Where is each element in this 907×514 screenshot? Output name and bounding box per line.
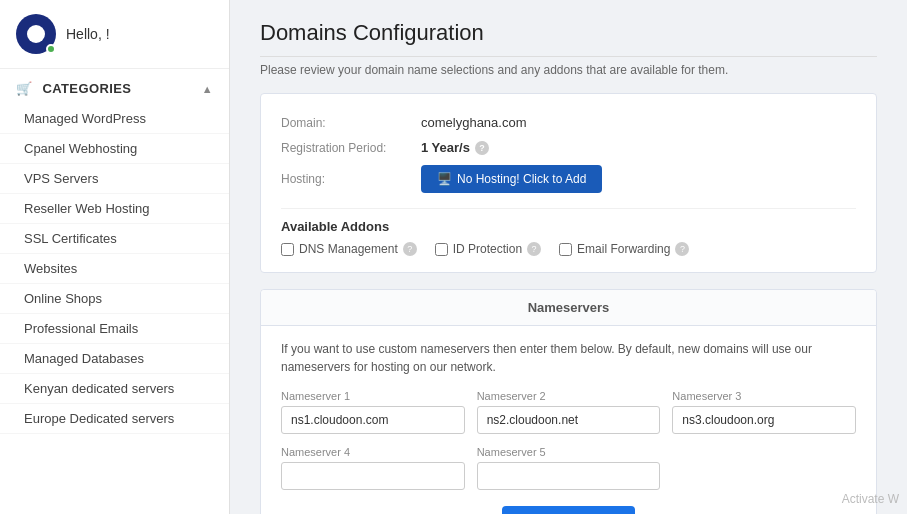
addons-title: Available Addons bbox=[281, 219, 856, 234]
avatar-inner bbox=[27, 25, 45, 43]
avatar-status-dot bbox=[46, 44, 56, 54]
sidebar-item-ssl-certificates[interactable]: SSL Certificates bbox=[0, 224, 229, 254]
chevron-up-icon[interactable]: ▲ bbox=[202, 83, 213, 95]
ns4-field: Nameserver 4 bbox=[281, 446, 465, 490]
cart-icon: 🛒 bbox=[16, 81, 32, 96]
sidebar-item-cpanel-webhosting[interactable]: Cpanel Webhosting bbox=[0, 134, 229, 164]
email-help-icon[interactable]: ? bbox=[675, 242, 689, 256]
sidebar-item-reseller-web-hosting[interactable]: Reseller Web Hosting bbox=[0, 194, 229, 224]
avatar bbox=[16, 14, 56, 54]
server-icon: 🖥️ bbox=[437, 172, 452, 186]
addon-id-protection[interactable]: ID Protection ? bbox=[435, 242, 541, 256]
ns1-field: Nameserver 1 bbox=[281, 390, 465, 434]
sidebar-item-vps-servers[interactable]: VPS Servers bbox=[0, 164, 229, 194]
hosting-btn-label: No Hosting! Click to Add bbox=[457, 172, 586, 186]
period-text: 1 Year/s bbox=[421, 140, 470, 155]
dns-management-checkbox[interactable] bbox=[281, 243, 294, 256]
sidebar-item-europe-dedicated[interactable]: Europe Dedicated servers bbox=[0, 404, 229, 434]
ns4-input[interactable] bbox=[281, 462, 465, 490]
addons-row: DNS Management ? ID Protection ? Email F… bbox=[281, 242, 856, 256]
nameservers-info: If you want to use custom nameservers th… bbox=[281, 340, 856, 376]
categories-label: 🛒 CATEGORIES bbox=[16, 81, 131, 96]
ns3-field: Nameserver 3 bbox=[672, 390, 856, 434]
no-hosting-button[interactable]: 🖥️ No Hosting! Click to Add bbox=[421, 165, 602, 193]
addon-dns-label: DNS Management bbox=[299, 242, 398, 256]
period-label: Registration Period: bbox=[281, 141, 421, 155]
addon-dns-management[interactable]: DNS Management ? bbox=[281, 242, 417, 256]
registration-period-row: Registration Period: 1 Year/s ? bbox=[281, 135, 856, 160]
sidebar-hello: Hello, ! bbox=[66, 26, 110, 42]
hosting-label: Hosting: bbox=[281, 172, 421, 186]
ns3-label: Nameserver 3 bbox=[672, 390, 856, 402]
ns5-label: Nameserver 5 bbox=[477, 446, 661, 458]
hosting-row: Hosting: 🖥️ No Hosting! Click to Add bbox=[281, 160, 856, 198]
id-help-icon[interactable]: ? bbox=[527, 242, 541, 256]
nameservers-row2: Nameserver 4 Nameserver 5 bbox=[281, 446, 856, 490]
continue-row: Continue ➤ bbox=[281, 506, 856, 514]
nameservers-body: If you want to use custom nameservers th… bbox=[261, 326, 876, 514]
watermark: Activate W bbox=[842, 492, 899, 506]
ns2-label: Nameserver 2 bbox=[477, 390, 661, 402]
categories-header: 🛒 CATEGORIES ▲ bbox=[0, 69, 229, 104]
ns-placeholder bbox=[672, 446, 856, 490]
ns1-input[interactable] bbox=[281, 406, 465, 434]
ns5-input[interactable] bbox=[477, 462, 661, 490]
nameservers-row1: Nameserver 1 Nameserver 2 Nameserver 3 bbox=[281, 390, 856, 434]
continue-button[interactable]: Continue ➤ bbox=[502, 506, 634, 514]
sidebar-item-managed-wordpress[interactable]: Managed WordPress bbox=[0, 104, 229, 134]
domain-value: comelyghana.com bbox=[421, 115, 527, 130]
sidebar-item-kenyan-dedicated[interactable]: Kenyan dedicated servers bbox=[0, 374, 229, 404]
domain-row: Domain: comelyghana.com bbox=[281, 110, 856, 135]
sidebar-item-websites[interactable]: Websites bbox=[0, 254, 229, 284]
sidebar-item-professional-emails[interactable]: Professional Emails bbox=[0, 314, 229, 344]
email-forwarding-checkbox[interactable] bbox=[559, 243, 572, 256]
main-content: Domains Configuration Please review your… bbox=[230, 0, 907, 514]
dns-help-icon[interactable]: ? bbox=[403, 242, 417, 256]
sidebar-nav: Managed WordPress Cpanel Webhosting VPS … bbox=[0, 104, 229, 434]
ns4-label: Nameserver 4 bbox=[281, 446, 465, 458]
period-value: 1 Year/s ? bbox=[421, 140, 489, 155]
ns1-label: Nameserver 1 bbox=[281, 390, 465, 402]
domain-label: Domain: bbox=[281, 116, 421, 130]
ns3-input[interactable] bbox=[672, 406, 856, 434]
addon-email-label: Email Forwarding bbox=[577, 242, 670, 256]
sidebar-header: Hello, ! bbox=[0, 0, 229, 69]
sidebar-item-online-shops[interactable]: Online Shops bbox=[0, 284, 229, 314]
addons-section: Available Addons DNS Management ? ID Pro… bbox=[281, 208, 856, 256]
page-subtitle: Please review your domain name selection… bbox=[260, 63, 877, 77]
nameservers-card: Nameservers If you want to use custom na… bbox=[260, 289, 877, 514]
addon-email-forwarding[interactable]: Email Forwarding ? bbox=[559, 242, 689, 256]
nameservers-title: Nameservers bbox=[261, 290, 876, 326]
id-protection-checkbox[interactable] bbox=[435, 243, 448, 256]
sidebar: Hello, ! 🛒 CATEGORIES ▲ Managed WordPres… bbox=[0, 0, 230, 514]
addon-id-label: ID Protection bbox=[453, 242, 522, 256]
ns2-input[interactable] bbox=[477, 406, 661, 434]
ns5-field: Nameserver 5 bbox=[477, 446, 661, 490]
period-help-icon[interactable]: ? bbox=[475, 141, 489, 155]
ns2-field: Nameserver 2 bbox=[477, 390, 661, 434]
categories-title-text: CATEGORIES bbox=[42, 81, 131, 96]
sidebar-item-managed-databases[interactable]: Managed Databases bbox=[0, 344, 229, 374]
page-title: Domains Configuration bbox=[260, 20, 877, 57]
domain-card: Domain: comelyghana.com Registration Per… bbox=[260, 93, 877, 273]
